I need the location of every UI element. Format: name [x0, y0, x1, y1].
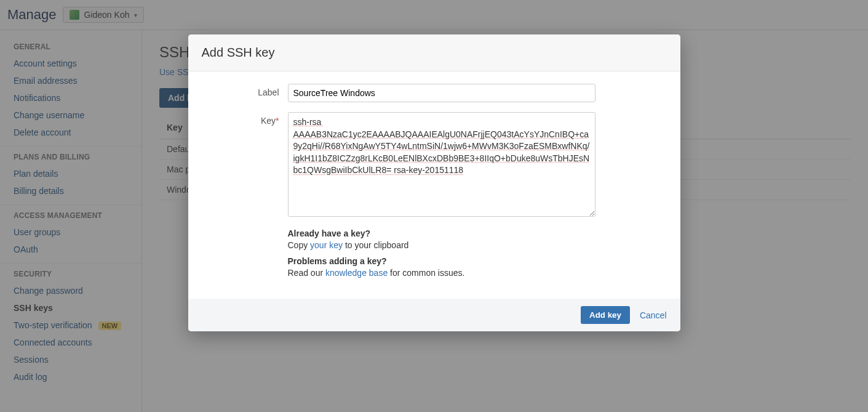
- add-ssh-key-modal: Add SSH key Label Key* Already have a ke…: [188, 34, 680, 331]
- modal-header: Add SSH key: [188, 34, 680, 71]
- label-input[interactable]: [288, 84, 595, 102]
- key-textarea[interactable]: [288, 112, 595, 217]
- modal-help: Already have a key? Copy your key to you…: [288, 228, 667, 278]
- modal-footer: Add key Cancel: [188, 299, 680, 331]
- knowledge-base-link[interactable]: knowledge base: [325, 268, 388, 278]
- key-field-label: Key*: [202, 112, 288, 219]
- modal-body: Label Key* Already have a key? Copy your…: [188, 71, 680, 299]
- modal-title: Add SSH key: [202, 46, 667, 60]
- help-already-have-text: Copy your key to your clipboard: [288, 240, 667, 250]
- modal-cancel-link[interactable]: Cancel: [640, 310, 667, 320]
- help-problems-title: Problems adding a key?: [288, 256, 667, 266]
- help-problems-text: Read our knowledge base for common issue…: [288, 268, 667, 278]
- modal-add-key-button[interactable]: Add key: [581, 306, 630, 324]
- help-already-have-title: Already have a key?: [288, 228, 667, 238]
- your-key-link[interactable]: your key: [310, 240, 343, 250]
- label-field-label: Label: [202, 84, 288, 102]
